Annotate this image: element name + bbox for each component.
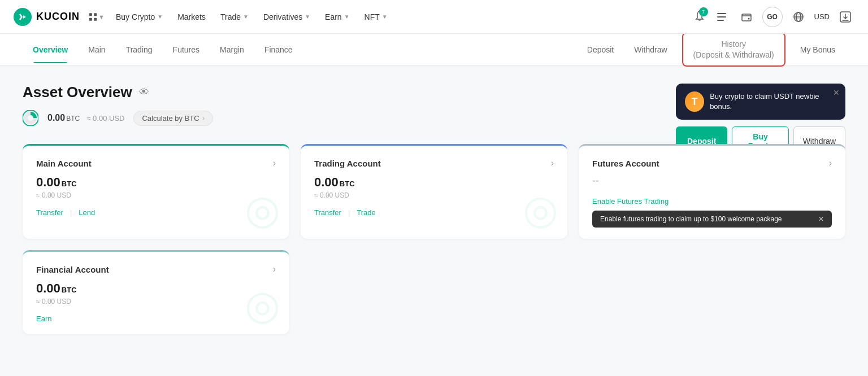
calculate-by-btc-button[interactable]: Calculate by BTC › (133, 111, 213, 126)
nav-earn[interactable]: Earn ▼ (318, 8, 356, 26)
main-content: Asset Overview 👁 0.00BTC ≈ 0.00 USD Calc… (0, 65, 868, 376)
financial-card-arrow-icon[interactable]: › (273, 264, 276, 274)
promo-text: Buy crypto to claim USDT newbie bonus. (710, 91, 836, 112)
orders-icon[interactable] (713, 8, 731, 26)
nav-buy-crypto[interactable]: Buy Crypto ▼ (109, 8, 170, 26)
main-account-card: Main Account › 0.00BTC ≈ 0.00 USD Transf… (23, 144, 289, 239)
futures-tooltip: Enable futures trading to claim up to $1… (592, 211, 832, 228)
main-card-balance: 0.00BTC (36, 175, 276, 190)
grid-icon[interactable]: ▼ (89, 9, 105, 25)
futures-card-header: Futures Account › (592, 158, 832, 168)
nav-derivatives[interactable]: Derivatives ▼ (257, 8, 317, 26)
tab-futures[interactable]: Futures (163, 36, 210, 63)
notification-bell[interactable]: 7 (693, 10, 706, 24)
financial-card-actions: Earn (36, 314, 276, 323)
nav-items: Buy Crypto ▼ Markets Trade ▼ Derivatives… (109, 8, 693, 26)
tab-main[interactable]: Main (78, 36, 115, 63)
tab-my-bonus[interactable]: My Bonus (790, 36, 845, 63)
nav-trade[interactable]: Trade ▼ (214, 8, 255, 26)
notification-badge: 7 (699, 7, 708, 16)
futures-card-arrow-icon[interactable]: › (829, 158, 832, 168)
futures-tooltip-close[interactable]: ✕ (818, 215, 824, 223)
tab-deposit[interactable]: Deposit (577, 36, 624, 63)
main-card-header: Main Account › (36, 158, 276, 168)
visibility-toggle-icon[interactable]: 👁 (139, 86, 149, 98)
nav-markets[interactable]: Markets (171, 8, 212, 26)
promo-coin-icon: T (685, 91, 704, 112)
user-avatar[interactable]: GO (762, 7, 783, 27)
svg-rect-3 (89, 18, 92, 20)
financial-account-card: Financial Account › 0.00BTC ≈ 0.00 USD E… (23, 250, 289, 334)
main-card-usd: ≈ 0.00 USD (36, 191, 276, 199)
svg-rect-1 (89, 13, 92, 16)
tab-trading[interactable]: Trading (116, 36, 163, 63)
tab-overview[interactable]: Overview (23, 36, 78, 63)
download-icon[interactable] (836, 8, 854, 26)
enable-futures-link[interactable]: Enable Futures Trading (592, 197, 669, 206)
sub-nav-right: Deposit Withdraw History (Deposit & With… (577, 32, 845, 66)
trading-card-arrow-icon[interactable]: › (551, 158, 554, 168)
page-title: Asset Overview (23, 84, 132, 101)
nav-right: 7 GO USD (693, 7, 854, 27)
logo[interactable]: KUCOIN (14, 8, 80, 26)
tab-margin[interactable]: Margin (210, 36, 254, 63)
svg-point-9 (748, 18, 749, 19)
currency-selector[interactable]: USD (814, 12, 830, 21)
financial-card-balance: 0.00BTC (36, 281, 276, 296)
trading-card-usd: ≈ 0.00 USD (314, 191, 554, 199)
main-lend-link[interactable]: Lend (79, 208, 95, 217)
main-card-actions: Transfer | Lend (36, 208, 276, 217)
svg-rect-6 (717, 16, 726, 18)
trading-transfer-link[interactable]: Transfer (314, 208, 341, 217)
financial-earn-link[interactable]: Earn (36, 314, 51, 323)
futures-card-title: Futures Account (592, 159, 659, 168)
account-cards-row2: Financial Account › 0.00BTC ≈ 0.00 USD E… (23, 250, 845, 334)
trading-account-card: Trading Account › 0.00BTC ≈ 0.00 USD Tra… (301, 144, 567, 239)
nav-nft[interactable]: NFT ▼ (358, 8, 394, 26)
financial-card-usd: ≈ 0.00 USD (36, 298, 276, 305)
svg-rect-8 (742, 14, 751, 21)
content-wrapper: Asset Overview 👁 0.00BTC ≈ 0.00 USD Calc… (23, 84, 845, 334)
globe-icon[interactable] (789, 8, 808, 26)
financial-card-title: Financial Account (36, 265, 109, 274)
main-card-arrow-icon[interactable]: › (273, 158, 276, 168)
sub-navigation: Overview Main Trading Futures Margin Fin… (0, 34, 868, 65)
promo-close-button[interactable]: ✕ (833, 88, 840, 97)
futures-account-card: Futures Account › -- Enable Futures Trad… (579, 144, 845, 239)
svg-rect-4 (94, 18, 97, 20)
tab-finance[interactable]: Finance (254, 36, 303, 63)
trading-card-balance: 0.00BTC (314, 175, 554, 190)
account-cards: Main Account › 0.00BTC ≈ 0.00 USD Transf… (23, 144, 845, 239)
trading-card-header: Trading Account › (314, 158, 554, 168)
wallet-icon[interactable] (737, 8, 756, 26)
main-card-title: Main Account (36, 159, 92, 168)
svg-rect-7 (717, 20, 724, 21)
logo-text: KUCOIN (36, 11, 80, 23)
trading-card-actions: Transfer | Trade (314, 208, 554, 217)
svg-rect-2 (94, 13, 97, 16)
top-navigation: KUCOIN ▼ Buy Crypto ▼ Markets Trade ▼ De… (0, 0, 868, 34)
trading-card-title: Trading Account (314, 159, 381, 168)
futures-card-dashes: -- (592, 175, 832, 187)
main-transfer-link[interactable]: Transfer (36, 208, 63, 217)
tab-history[interactable]: History (Deposit & Withdrawal) (682, 32, 785, 66)
tab-withdraw[interactable]: Withdraw (624, 36, 677, 63)
financial-card-header: Financial Account › (36, 264, 276, 274)
total-balance: 0.00BTC ≈ 0.00 USD (47, 113, 124, 123)
svg-rect-5 (717, 13, 726, 14)
trading-trade-link[interactable]: Trade (357, 208, 375, 217)
promo-banner: T Buy crypto to claim USDT newbie bonus.… (676, 84, 845, 120)
